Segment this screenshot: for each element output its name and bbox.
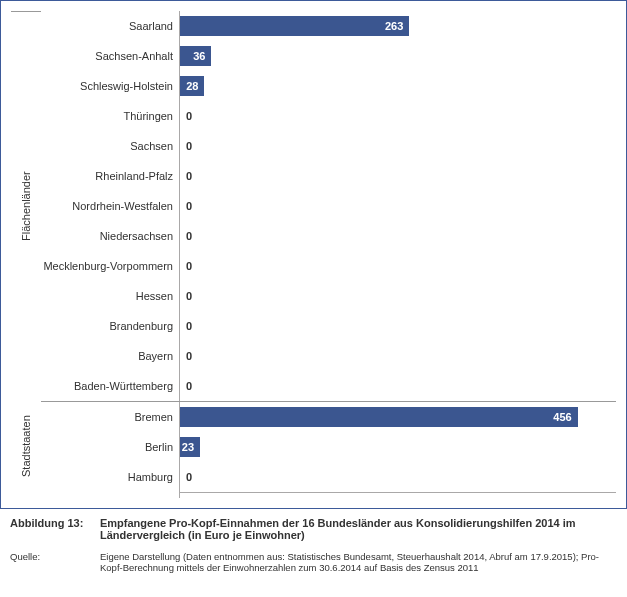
bar-value: 0 bbox=[180, 200, 192, 212]
category-label: Bremen bbox=[41, 411, 179, 423]
bar-value: 23 bbox=[176, 441, 200, 453]
bar: 263 bbox=[180, 16, 409, 36]
bar-cell: 0 bbox=[180, 226, 616, 246]
bar-row: Saarland 263 bbox=[41, 11, 616, 41]
bar-row: Rheinland-Pfalz 0 bbox=[41, 161, 616, 191]
bar-row: Bremen 456 bbox=[41, 402, 616, 432]
source-lead: Quelle: bbox=[10, 551, 100, 573]
category-label: Berlin bbox=[41, 441, 179, 453]
bar: 23 bbox=[180, 437, 200, 457]
bar: 36 bbox=[180, 46, 211, 66]
bar-value: 0 bbox=[180, 140, 192, 152]
bar-row: Schleswig-Holstein 28 bbox=[41, 71, 616, 101]
x-axis bbox=[41, 492, 616, 502]
bar-cell: 0 bbox=[180, 286, 616, 306]
bar: 456 bbox=[180, 407, 578, 427]
bar-row: Thüringen 0 bbox=[41, 101, 616, 131]
bar-cell: 0 bbox=[180, 467, 616, 487]
bar-value: 263 bbox=[379, 20, 409, 32]
figure-caption: Abbildung 13: Empfangene Pro-Kopf-Einnah… bbox=[0, 509, 627, 543]
bar-cell: 263 bbox=[180, 16, 616, 36]
bar-row: Mecklenburg-Vorpommern 0 bbox=[41, 251, 616, 281]
bar-cell: 0 bbox=[180, 346, 616, 366]
bar-row: Brandenburg 0 bbox=[41, 311, 616, 341]
bar-cell: 0 bbox=[180, 196, 616, 216]
bar-row: Hessen 0 bbox=[41, 281, 616, 311]
bar-value: 0 bbox=[180, 471, 192, 483]
bar-value: 0 bbox=[180, 380, 192, 392]
bar-value: 0 bbox=[180, 110, 192, 122]
bar-value: 0 bbox=[180, 320, 192, 332]
bar: 28 bbox=[180, 76, 204, 96]
category-label: Bayern bbox=[41, 350, 179, 362]
bar-cell: 456 bbox=[180, 407, 616, 427]
chart-inner: Flächenländer Stadtstaaten Saarland 263 … bbox=[11, 11, 616, 502]
category-label: Mecklenburg-Vorpommern bbox=[41, 260, 179, 272]
bar-cell: 0 bbox=[180, 316, 616, 336]
bar-value: 0 bbox=[180, 260, 192, 272]
bar-value: 28 bbox=[180, 80, 204, 92]
category-label: Rheinland-Pfalz bbox=[41, 170, 179, 182]
caption-text: Empfangene Pro-Kopf-Einnahmen der 16 Bun… bbox=[100, 517, 617, 541]
bar-row: Hamburg 0 bbox=[41, 462, 616, 492]
bar-cell: 0 bbox=[180, 166, 616, 186]
category-label: Sachsen bbox=[41, 140, 179, 152]
chart-container: Flächenländer Stadtstaaten Saarland 263 … bbox=[0, 0, 627, 509]
category-label: Niedersachsen bbox=[41, 230, 179, 242]
bar-row: Bayern 0 bbox=[41, 341, 616, 371]
category-label: Hessen bbox=[41, 290, 179, 302]
category-label: Baden-Württemberg bbox=[41, 380, 179, 392]
bar-row: Sachsen-Anhalt 36 bbox=[41, 41, 616, 71]
bar-value: 0 bbox=[180, 230, 192, 242]
bar-cell: 0 bbox=[180, 256, 616, 276]
source-text: Eigene Darstellung (Daten entnommen aus:… bbox=[100, 551, 617, 573]
bar-cell: 23 bbox=[180, 437, 616, 457]
bar-value: 456 bbox=[547, 411, 577, 423]
bar-row: Nordrhein-Westfalen 0 bbox=[41, 191, 616, 221]
bar-row: Baden-Württemberg 0 bbox=[41, 371, 616, 401]
category-label: Brandenburg bbox=[41, 320, 179, 332]
group-label-stadtstaaten: Stadtstaaten bbox=[11, 401, 41, 491]
bar-cell: 36 bbox=[180, 46, 616, 66]
bar-cell: 0 bbox=[180, 376, 616, 396]
bar-value: 0 bbox=[180, 350, 192, 362]
category-label: Nordrhein-Westfalen bbox=[41, 200, 179, 212]
category-label: Saarland bbox=[41, 20, 179, 32]
category-label: Sachsen-Anhalt bbox=[41, 50, 179, 62]
category-label: Schleswig-Holstein bbox=[41, 80, 179, 92]
group-axis: Flächenländer Stadtstaaten bbox=[11, 11, 41, 502]
bar-cell: 0 bbox=[180, 136, 616, 156]
group-label-flaechenlaender: Flächenländer bbox=[11, 11, 41, 401]
bar-cell: 0 bbox=[180, 106, 616, 126]
bar-value: 0 bbox=[180, 170, 192, 182]
bar-row: Berlin 23 bbox=[41, 432, 616, 462]
bar-value: 36 bbox=[187, 50, 211, 62]
bar-row: Sachsen 0 bbox=[41, 131, 616, 161]
bar-value: 0 bbox=[180, 290, 192, 302]
bar-row: Niedersachsen 0 bbox=[41, 221, 616, 251]
bar-cell: 28 bbox=[180, 76, 616, 96]
caption-lead: Abbildung 13: bbox=[10, 517, 100, 541]
bars-area: Saarland 263 Sachsen-Anhalt 36 S bbox=[41, 11, 616, 502]
category-label: Hamburg bbox=[41, 471, 179, 483]
category-label: Thüringen bbox=[41, 110, 179, 122]
figure-source: Quelle: Eigene Darstellung (Daten entnom… bbox=[0, 543, 627, 575]
